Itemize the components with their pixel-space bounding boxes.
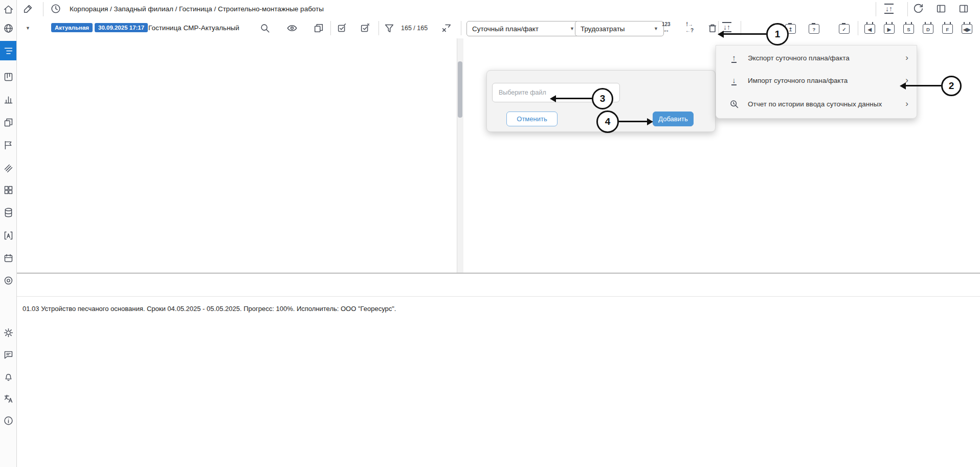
work-info-text: 01.03 Устройство песчаного основания. Ср… (23, 305, 396, 313)
copy-structure-icon[interactable] (313, 23, 324, 34)
search-icon[interactable] (259, 23, 271, 34)
chat-icon[interactable] (2, 348, 14, 361)
daily-detail-table (16, 322, 980, 467)
calendar-range-icon[interactable]: ◀▶ (962, 23, 972, 34)
menu-item-history-report[interactable]: Отчет по истории ввода суточных данных› (716, 93, 917, 115)
import-export-icon[interactable]: ↓↑ (884, 4, 894, 14)
metric-select[interactable]: Трудозатраты▼ (575, 21, 664, 36)
breadcrumb: Корпорация / Западный филиал / Гостиница… (70, 5, 324, 13)
version-toolbar: ▼ Актуальная 30.09.2025 17:17 Гостиница … (16, 18, 980, 39)
layout-right-panel-icon[interactable] (958, 3, 969, 14)
calendar-d-icon[interactable]: D (923, 23, 933, 34)
history-search-icon (727, 99, 741, 109)
diagonal-lines-icon[interactable] (2, 161, 14, 173)
layout-left-panel-icon[interactable] (936, 3, 947, 14)
version-dropdown-caret[interactable]: ▼ (26, 26, 30, 31)
check-all-icon[interactable] (337, 23, 348, 34)
callout-3: 3 (592, 88, 613, 109)
filter-icon[interactable] (384, 23, 395, 34)
brightness-icon[interactable] (2, 326, 14, 339)
pages-icon[interactable] (2, 116, 14, 128)
edit-icon[interactable] (23, 3, 34, 14)
filter-count: 165 / 165 (401, 25, 428, 32)
callout-1: 1 (766, 23, 789, 46)
callout-4-arrow (619, 121, 648, 122)
callout-1-arrow (723, 33, 766, 35)
refresh-icon[interactable] (912, 3, 924, 14)
export-import-menu: ↑ Экспорт суточного плана/факта› ↓ Импор… (716, 45, 917, 119)
calendar-icon[interactable] (2, 252, 14, 264)
menu-item-export[interactable]: ↑ Экспорт суточного плана/факта› (716, 47, 917, 69)
grid-icon[interactable] (2, 184, 14, 196)
delete-icon[interactable] (707, 23, 718, 34)
calendar-f-icon[interactable]: F (942, 23, 953, 34)
work-table (16, 38, 457, 273)
calendar-next-icon[interactable]: ▶ (884, 23, 895, 34)
flag-icon[interactable] (2, 139, 14, 151)
add-button[interactable]: Добавить (653, 112, 694, 126)
bell-icon[interactable] (2, 370, 14, 383)
database-icon[interactable] (2, 206, 14, 218)
target-icon[interactable] (2, 274, 14, 286)
calendar-s-icon[interactable]: S (903, 23, 914, 34)
app-window: Корпорация / Западный филиал / Гостиница… (0, 0, 980, 467)
project-title: Гостиница СМР-Актуальный (148, 24, 239, 32)
work-table-scroll-thumb[interactable] (458, 61, 462, 118)
home-icon[interactable] (2, 3, 14, 15)
visibility-icon[interactable] (286, 23, 298, 34)
translate-icon[interactable] (2, 392, 14, 405)
top-bar: Корпорация / Западный филиал / Гостиница… (16, 0, 980, 19)
clock-icon[interactable] (50, 3, 61, 14)
missing-values-icon[interactable]: !→←? (685, 22, 694, 33)
left-sidebar (0, 0, 17, 467)
menu-item-import[interactable]: ↓ Импорт суточного плана/факта› (716, 69, 917, 92)
export-icon: ↑ (727, 53, 741, 63)
clipboard-check-icon[interactable]: ✓ (839, 23, 850, 34)
bar-chart-icon[interactable] (2, 93, 14, 105)
mode-select[interactable]: Суточный план/факт▼ (466, 21, 580, 36)
version-datetime-badge: 30.09.2025 17:17 (95, 23, 148, 32)
callout-2-arrow (905, 85, 941, 86)
hierarchy-icon[interactable] (0, 41, 16, 60)
import-icon: ↓ (727, 76, 741, 85)
globe-icon[interactable] (2, 22, 14, 34)
work-info-row: 01.03 Устройство песчаного основания. Ср… (16, 296, 980, 323)
callout-3-arrow (555, 98, 592, 99)
kanban-icon[interactable] (2, 71, 14, 83)
info-icon[interactable] (2, 414, 14, 427)
cancel-button[interactable]: Отменить (506, 112, 558, 126)
clipboard-question-icon[interactable]: ? (809, 23, 819, 34)
bottom-panel: 01.03 Устройство песчаного основания. Ср… (16, 273, 980, 467)
version-status-badge: Актуальная (51, 23, 93, 32)
uncheck-all-icon[interactable] (360, 23, 371, 34)
filter-clear-icon[interactable] (441, 23, 452, 34)
callout-2: 2 (941, 76, 962, 96)
column-width-numbers-icon[interactable]: 123↔ (662, 22, 671, 33)
callout-4: 4 (596, 110, 619, 133)
calendar-prev-icon[interactable]: ◀ (864, 23, 875, 34)
attribute-a-icon[interactable] (2, 229, 14, 241)
